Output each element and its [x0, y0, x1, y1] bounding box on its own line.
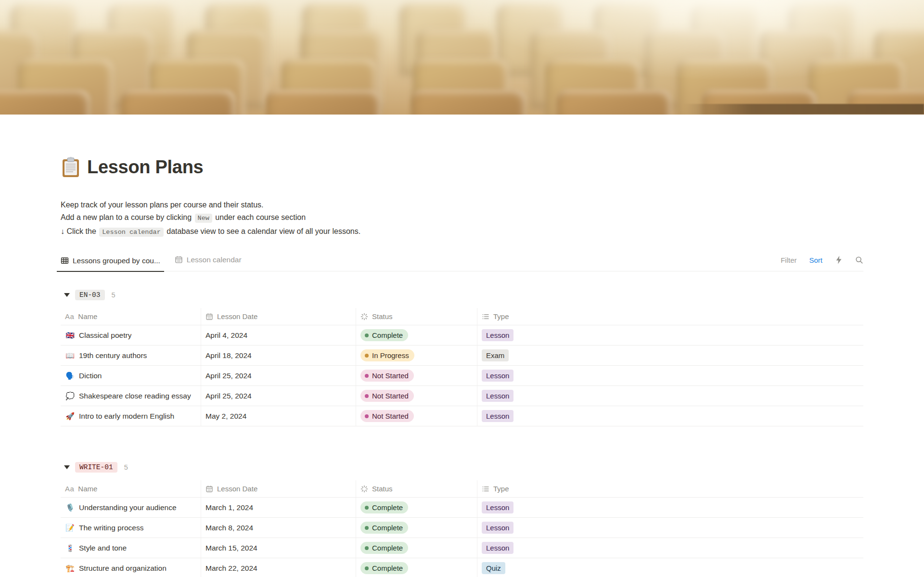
lesson-date-cell[interactable]: April 25, 2024 — [201, 366, 356, 385]
status-pill[interactable]: Complete — [360, 522, 408, 534]
lesson-date-cell[interactable]: April 25, 2024 — [201, 386, 356, 406]
tab-lesson-calendar[interactable]: Lesson calendar — [171, 256, 245, 271]
table-row[interactable]: 🚀 Intro to early modern English May 2, 2… — [61, 406, 863, 426]
table-row[interactable]: 🗣️ Diction April 25, 2024 Not Started Le… — [61, 366, 863, 386]
lesson-date-cell[interactable]: May 2, 2024 — [201, 406, 356, 426]
row-name-link[interactable]: Intro to early modern English — [79, 412, 174, 421]
lightning-button[interactable] — [835, 256, 843, 264]
status-cell[interactable]: Not Started — [356, 386, 477, 406]
lesson-date-cell[interactable]: April 4, 2024 — [201, 325, 356, 345]
status-pill[interactable]: Not Started — [360, 370, 414, 382]
type-cell[interactable]: Lesson — [477, 386, 863, 406]
column-header-lesson-date[interactable]: Lesson Date — [201, 308, 356, 325]
status-cell[interactable]: Complete — [356, 518, 477, 538]
name-cell[interactable]: 💈 Style and tone — [61, 538, 201, 558]
column-header-status[interactable]: Status — [356, 308, 477, 325]
table-row[interactable]: 📖 19th century authors April 18, 2024 In… — [61, 346, 863, 366]
status-pill[interactable]: Not Started — [360, 410, 414, 422]
type-cell[interactable]: Lesson — [477, 406, 863, 426]
table-row[interactable]: 💭 Shakespeare close reading essay April … — [61, 386, 863, 406]
lesson-date-cell[interactable]: March 22, 2024 — [201, 558, 356, 577]
sort-button[interactable]: Sort — [809, 256, 822, 264]
group-toggle-button[interactable] — [61, 289, 73, 301]
group-tag[interactable]: EN-03 — [75, 290, 105, 300]
status-cell[interactable]: Not Started — [356, 366, 477, 385]
status-label: Complete — [372, 564, 403, 572]
page-description[interactable]: Keep track of your lesson plans per cour… — [61, 199, 863, 239]
row-name-link[interactable]: Diction — [79, 372, 102, 380]
column-header-lesson-date[interactable]: Lesson Date — [201, 480, 356, 497]
row-name-link[interactable]: Understanding your audience — [79, 503, 177, 512]
table-row[interactable]: 🏗️ Structure and organization March 22, … — [61, 558, 863, 577]
row-name-link[interactable]: The writing process — [79, 524, 143, 532]
name-cell[interactable]: 🏗️ Structure and organization — [61, 558, 201, 577]
row-name-link[interactable]: Classical poetry — [79, 331, 131, 340]
row-name-link[interactable]: 19th century authors — [79, 351, 147, 360]
lesson-date-cell[interactable]: March 15, 2024 — [201, 538, 356, 558]
description-line[interactable]: Keep track of your lesson plans per cour… — [61, 199, 863, 212]
type-pill[interactable]: Lesson — [482, 390, 513, 402]
name-cell[interactable]: 🗣️ Diction — [61, 366, 201, 385]
type-pill[interactable]: Lesson — [482, 542, 513, 554]
table-row[interactable]: 🎙️ Understanding your audience March 1, … — [61, 498, 863, 518]
column-header-type[interactable]: Type — [477, 308, 863, 325]
type-pill[interactable]: Lesson — [482, 410, 513, 422]
lesson-date-cell[interactable]: March 1, 2024 — [201, 498, 356, 517]
type-cell[interactable]: Lesson — [477, 366, 863, 385]
tab-lessons-grouped-by-course[interactable]: Lessons grouped by cou... — [57, 256, 164, 272]
type-pill[interactable]: Exam — [482, 349, 509, 361]
status-cell[interactable]: Complete — [356, 558, 477, 577]
status-pill[interactable]: Complete — [360, 562, 408, 574]
status-pill[interactable]: Complete — [360, 542, 408, 554]
column-header-type[interactable]: Type — [477, 480, 863, 497]
group-toggle-button[interactable] — [61, 461, 73, 474]
type-cell[interactable]: Exam — [477, 346, 863, 365]
description-line[interactable]: Add a new plan to a course by clicking N… — [61, 211, 863, 225]
page-title[interactable]: Lesson Plans — [87, 156, 203, 179]
status-cell[interactable]: Complete — [356, 498, 477, 517]
name-cell[interactable]: 📖 19th century authors — [61, 346, 201, 365]
column-header-status[interactable]: Status — [356, 480, 477, 497]
column-header-name[interactable]: Aa Name — [61, 308, 201, 325]
type-pill[interactable]: Quiz — [482, 562, 505, 574]
status-cell[interactable]: In Progress — [356, 346, 477, 365]
name-cell[interactable]: 📝 The writing process — [61, 518, 201, 538]
group-tag[interactable]: WRITE-01 — [75, 462, 117, 473]
search-button[interactable] — [855, 256, 863, 264]
type-pill[interactable]: Lesson — [482, 501, 513, 513]
name-cell[interactable]: 🎙️ Understanding your audience — [61, 498, 201, 517]
status-pill[interactable]: Not Started — [360, 390, 414, 402]
name-cell[interactable]: 🇬🇧 Classical poetry — [61, 325, 201, 345]
row-name-link[interactable]: Structure and organization — [79, 564, 167, 573]
status-label: Not Started — [372, 372, 409, 380]
column-header-name[interactable]: Aa Name — [61, 480, 201, 497]
lesson-date-cell[interactable]: April 18, 2024 — [201, 346, 356, 365]
type-cell[interactable]: Quiz — [477, 558, 863, 577]
search-icon — [855, 256, 863, 264]
table-row[interactable]: 📝 The writing process March 8, 2024 Comp… — [61, 518, 863, 538]
type-cell[interactable]: Lesson — [477, 538, 863, 558]
row-name-link[interactable]: Shakespeare close reading essay — [79, 392, 191, 400]
row-date: April 25, 2024 — [205, 372, 252, 380]
status-pill[interactable]: Complete — [360, 501, 408, 513]
status-pill[interactable]: In Progress — [360, 349, 414, 361]
name-cell[interactable]: 💭 Shakespeare close reading essay — [61, 386, 201, 406]
type-cell[interactable]: Lesson — [477, 325, 863, 345]
status-cell[interactable]: Complete — [356, 538, 477, 558]
type-pill[interactable]: Lesson — [482, 329, 513, 341]
table-row[interactable]: 🇬🇧 Classical poetry April 4, 2024 Comple… — [61, 325, 863, 346]
status-pill[interactable]: Complete — [360, 329, 408, 341]
table-row[interactable]: 💈 Style and tone March 15, 2024 Complete… — [61, 538, 863, 558]
type-pill[interactable]: Lesson — [482, 370, 513, 382]
status-dot — [365, 394, 369, 398]
status-cell[interactable]: Not Started — [356, 406, 477, 426]
description-line[interactable]: ↓ Click the Lesson calendar database vie… — [61, 225, 863, 239]
row-name-link[interactable]: Style and tone — [79, 544, 127, 552]
name-cell[interactable]: 🚀 Intro to early modern English — [61, 406, 201, 426]
lesson-date-cell[interactable]: March 8, 2024 — [201, 518, 356, 538]
status-cell[interactable]: Complete — [356, 325, 477, 345]
type-cell[interactable]: Lesson — [477, 518, 863, 538]
filter-button[interactable]: Filter — [781, 256, 796, 264]
type-cell[interactable]: Lesson — [477, 498, 863, 517]
type-pill[interactable]: Lesson — [482, 522, 513, 534]
